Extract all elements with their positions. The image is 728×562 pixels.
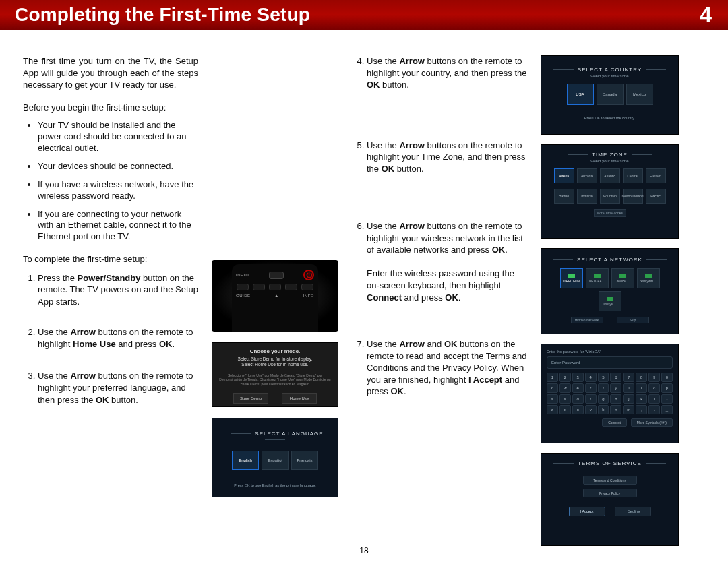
i-decline-button: I Decline [615, 507, 651, 516]
page-title: Completing the First-Time Setup [15, 4, 310, 26]
keyboard-key: m [623, 405, 634, 414]
chapter-header: Completing the First-Time Setup 4 [0, 0, 728, 30]
connect-button: Connect [602, 418, 627, 427]
keyboard-key: 9 [648, 373, 660, 382]
remote-guide-label: GUIDE [236, 294, 251, 298]
prep-list: Your TV should be installed and the powe… [23, 120, 198, 243]
keyboard-key: z [547, 405, 558, 414]
more-symbols-button: More Symbols (.!#*) [631, 418, 673, 427]
i-accept-button: I Accept [569, 507, 605, 516]
keyboard-key: f [585, 394, 597, 404]
remote-button [269, 272, 284, 279]
keyboard-key: , [636, 405, 647, 414]
language-option: Français [291, 451, 318, 470]
mode-home-use-button: Home Use [282, 393, 317, 404]
keyboard-key: q [547, 383, 558, 393]
mode-store-demo-button: Store Demo [233, 393, 268, 404]
keyboard-key: y [610, 383, 621, 393]
keyboard-key: a [547, 394, 558, 404]
keyboard-key: l [648, 394, 660, 404]
step-6: Use the Arrow buttons on the remote to h… [367, 220, 527, 303]
complete-lead: To complete the first-time setup: [23, 253, 198, 266]
network-option: DIRECT-DN [560, 268, 583, 288]
tos-screenshot: TERMS OF SERVICE Terms and Conditions Pr… [541, 453, 679, 546]
keyboard-key: 2 [559, 373, 571, 382]
keyboard-key: d [572, 394, 584, 404]
language-option: English [232, 451, 259, 470]
keyboard-key: h [610, 394, 621, 404]
keyboard-key: g [598, 394, 609, 404]
country-option: USA [567, 84, 594, 105]
keyboard-key: 8 [636, 373, 647, 382]
country-screenshot: SELECT A COUNTRY Select your time zone. … [541, 55, 679, 135]
keyboard-key: - [661, 394, 673, 404]
keyboard-key: b [598, 405, 609, 414]
prep-item: If you have a wireless network, have the… [38, 179, 198, 202]
page-body: The first time you turn on the TV, the S… [0, 30, 728, 562]
network-option: NETGEA… [586, 268, 609, 288]
remote-info-label: INFO [303, 294, 314, 298]
keyboard-key: t [598, 383, 609, 393]
keyboard-key: e [572, 383, 584, 393]
step-2: Use the Arrow buttons on the remote to h… [38, 326, 198, 350]
mode-screenshot: Choose your mode. Select Store Demo for … [212, 342, 338, 407]
page-number: 18 [359, 546, 368, 555]
left-text-column: The first time you turn on the TV, the S… [23, 55, 198, 555]
keyboard-key: p [661, 383, 673, 393]
step-4: Use the Arrow buttons on the remote to h… [367, 55, 527, 91]
remote-input-label: INPUT [236, 273, 250, 277]
keyboard-key: 7 [623, 373, 634, 382]
keyboard-key: v [585, 405, 597, 414]
more-timezones-button: More Time Zones [594, 209, 626, 217]
steps-list-right: Use the Arrow buttons on the remote to h… [352, 55, 527, 398]
step-5: Use the Arrow buttons on the remote to h… [367, 139, 527, 175]
keyboard-key: 5 [598, 373, 609, 382]
power-icon: ⏻ [303, 270, 314, 280]
left-image-column: INPUT ⏻ GUIDE ▲ INFO Choose your mode. S… [212, 55, 338, 555]
country-option: Mexico [626, 84, 653, 105]
skip-button: Skip [617, 317, 649, 323]
keyboard-key: n [610, 405, 621, 414]
keyboard-key: x [559, 405, 571, 414]
step-7: Use the Arrow and OK buttons on the remo… [367, 338, 527, 398]
hidden-network-button: Hidden Network [571, 317, 603, 323]
keyboard-key: j [623, 394, 634, 404]
keyboard-key: r [585, 383, 597, 393]
intro-paragraph: The first time you turn on the TV, the S… [23, 55, 198, 91]
network-option: xfinitywifi… [637, 268, 660, 288]
keyboard-screenshot: Enter the password for "VizioGA" Enter P… [541, 344, 679, 443]
mode-title: Choose your mode. [218, 348, 332, 354]
prep-item: Your TV should be installed and the powe… [38, 120, 198, 154]
timezone-screenshot: TIME ZONE Select your time zone. Alaska … [541, 144, 679, 239]
keyboard-key: w [559, 383, 571, 393]
keyboard-key: . [648, 405, 660, 414]
keyboard-key: i [636, 383, 647, 393]
right-text-column: Use the Arrow buttons on the remote to h… [352, 55, 527, 555]
keyboard-key: 3 [572, 373, 584, 382]
prep-item: Your devices should be connected. [38, 161, 198, 173]
step-1: Press the Power/Standby button on the re… [38, 272, 198, 308]
keyboard-key: o [648, 383, 660, 393]
network-option: device… [611, 268, 634, 288]
network-screenshot: SELECT A NETWORK DIRECT-DN NETGEA… devic… [541, 248, 679, 334]
language-screenshot: SELECT A LANGUAGE English Español França… [212, 418, 338, 497]
network-option: linksys… [599, 291, 621, 311]
steps-list-left: Press the Power/Standby button on the re… [23, 272, 198, 406]
language-option: Español [262, 451, 289, 470]
keyboard-key: _ [661, 405, 673, 414]
keyboard-key: k [636, 394, 647, 404]
privacy-button: Privacy Policy [583, 489, 637, 497]
remote-image: INPUT ⏻ GUIDE ▲ INFO [212, 260, 338, 332]
country-option: Canada [597, 84, 624, 105]
keyboard-key: c [572, 405, 584, 414]
terms-button: Terms and Conditions [583, 476, 637, 485]
keyboard-key: 6 [610, 373, 621, 382]
keyboard-key: 1 [547, 373, 558, 382]
keyboard-key: 4 [585, 373, 597, 382]
chapter-number: 4 [700, 4, 716, 26]
keyboard-key: 0 [661, 373, 673, 382]
prep-item: If you are connecting to your network wi… [38, 209, 198, 243]
before-lead: Before you begin the first-time setup: [23, 102, 198, 114]
keyboard-key: s [559, 394, 571, 404]
step-3: Use the Arrow buttons on the remote to h… [38, 370, 198, 406]
